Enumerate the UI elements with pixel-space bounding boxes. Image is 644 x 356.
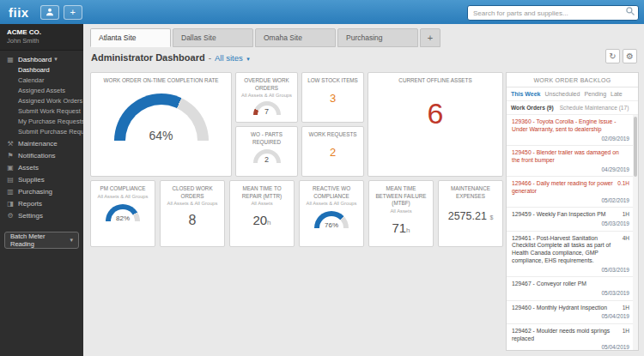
work-order-item[interactable]: 129466 - Daily meter reading for power g… — [507, 177, 638, 208]
work-order-list: 129360 - Toyota Corolla - Engine Issue -… — [507, 115, 638, 350]
gauge-value: 82% — [106, 214, 140, 222]
sidebar-subitem-assigned-assets[interactable]: Assigned Assets — [0, 86, 83, 96]
widget-low-stock-items[interactable]: LOW STOCK ITEMS 3 — [301, 72, 364, 123]
sidebar-item-label: Reports — [18, 200, 42, 208]
work-order-title: 129467 - Conveyor roller PM — [512, 281, 627, 288]
closed-work-orders-count: 8 — [161, 214, 224, 227]
widget-pm-compliance[interactable]: PM COMPLIANCE All Assets & All Groups 82… — [90, 180, 155, 247]
work-order-hours: 0.1H — [617, 180, 629, 196]
work-order-title: 129450 - Blender trailer was damaged on … — [512, 149, 627, 165]
sidebar-subitem-calendar[interactable]: Calendar — [0, 75, 83, 86]
work-order-backlog-panel: WORK ORDER BACKLOG This Week Unscheduled… — [506, 72, 639, 351]
sidebar-item-assets[interactable]: ▣ Assets — [0, 161, 83, 173]
notifications-icon: ⚑ — [5, 152, 15, 160]
widget-work-requests[interactable]: WORK REQUESTS 2 — [301, 126, 364, 177]
widget-subtitle: All Assets & All Groups — [236, 93, 297, 98]
tab-omaha-site[interactable]: Omaha Site — [255, 28, 336, 47]
reports-icon: ◨ — [5, 200, 15, 208]
widget-reactive-wo-compliance[interactable]: REACTIVE WO COMPLIANCE All Assets & All … — [299, 180, 364, 247]
work-order-item[interactable]: 129467 - Conveyor roller PM 05/03/2019 — [507, 277, 638, 300]
work-requests-count: 2 — [302, 147, 363, 158]
tab-dallas-site[interactable]: Dallas Site — [173, 28, 253, 47]
work-order-item[interactable]: 129450 - Blender trailer was damaged on … — [507, 146, 638, 177]
batch-meter-reading-button[interactable]: Batch Meter Reading ▾ — [4, 232, 79, 249]
sidebar-item-supplies[interactable]: ▤ Supplies — [0, 173, 83, 185]
widget-subtitle: All Assets & All Groups — [161, 201, 224, 206]
low-stock-count: 3 — [302, 93, 363, 104]
search-input[interactable] — [467, 5, 639, 21]
widget-closed-work-orders[interactable]: CLOSED WORK ORDERS All Assets & All Grou… — [160, 180, 225, 247]
overdue-gauge: 7 — [253, 101, 281, 115]
mttr-value: 20h — [230, 214, 294, 226]
backlog-group-schedule-maintenance[interactable]: Schedule Maintenance (17) — [560, 105, 629, 111]
account-info: ACME CO. John Smith — [0, 24, 83, 51]
widget-maintenance-expenses[interactable]: MAINTENANCE EXPENSES 2575.21 $ — [438, 180, 503, 247]
sidebar-item-label: Settings — [18, 212, 43, 220]
work-order-item[interactable]: 129461 - Post-Harvest Sanitation Checkli… — [507, 232, 638, 278]
sidebar-item-maintenance[interactable]: ⚒ Maintenance — [0, 137, 83, 149]
sidebar-subitem-assigned-work-orders[interactable]: Assigned Work Orders — [0, 96, 83, 106]
widget-title: CLOSED WORK ORDERS — [161, 181, 224, 200]
all-sites-dropdown[interactable]: All sites ▾ — [215, 53, 250, 63]
widget-title: WO - PARTS REQUIRED — [236, 127, 297, 146]
backlog-tab-unscheduled[interactable]: Unscheduled — [545, 91, 580, 97]
backlog-tab-this-week[interactable]: This Week — [511, 91, 541, 97]
gauge-value: 64% — [114, 129, 209, 142]
page-header: Administrator Dashboard - All sites ▾ — [91, 51, 250, 64]
widget-current-offline-assets[interactable]: CURRENT OFFLINE ASSETS 6 — [368, 72, 503, 177]
sidebar-subitem-submit-work-request[interactable]: Submit Work Request — [0, 106, 83, 117]
sidebar-subitem-my-purchase-requests[interactable]: My Purchase Requests — [0, 117, 83, 127]
mttr-unit: h — [267, 219, 270, 226]
work-order-date: 05/02/2019 — [512, 197, 629, 204]
user-menu-button[interactable] — [40, 5, 59, 20]
add-tab-button[interactable]: + — [420, 28, 440, 47]
parts-gauge: 2 — [253, 149, 281, 163]
work-order-item[interactable]: 129459 - Weekly Fan Inspection PM1H 05/0… — [507, 208, 638, 231]
work-order-item[interactable]: 129360 - Toyota Corolla - Engine Issue -… — [507, 115, 638, 146]
dashboard-settings-button[interactable]: ⚙ — [623, 49, 637, 63]
sidebar-item-label: Assets — [18, 164, 39, 172]
scrollbar-thumb[interactable] — [634, 117, 637, 177]
company-name: ACME CO. — [7, 28, 76, 36]
widget-mttr[interactable]: MEAN TIME TO REPAIR (MTTR) All Assets 20… — [229, 180, 295, 247]
work-order-item[interactable]: 129460 - Monthly Hydrant Inspection1H 05… — [507, 301, 638, 324]
dashboard-widgets: WORK ORDER ON-TIME COMPLETION RATE 64% O… — [90, 72, 503, 247]
backlog-scrollbar[interactable] — [633, 115, 638, 350]
user-icon — [45, 7, 55, 17]
work-order-title: 129460 - Monthly Hydrant Inspection — [512, 305, 620, 312]
backlog-group-work-orders[interactable]: Work Orders (9) — [511, 105, 554, 111]
widget-title: MAINTENANCE EXPENSES — [439, 181, 502, 200]
mtbf-unit: h — [406, 226, 410, 234]
sidebar-subitem-submit-purchase-request[interactable]: Submit Purchase Request — [0, 127, 83, 137]
widget-mtbf[interactable]: MEAN TIME BETWEEN FAILURE (MTBF) All Ass… — [368, 180, 434, 247]
work-order-item[interactable]: 129462 - Moulder needs mold springs repl… — [507, 324, 638, 350]
chevron-down-icon: ▾ — [54, 56, 58, 63]
work-order-date: 05/03/2019 — [512, 267, 629, 274]
quick-add-button[interactable]: + — [64, 5, 82, 20]
sidebar: ACME CO. John Smith ▦ Dashboard ▾ Dashbo… — [0, 24, 83, 356]
work-order-title: 129461 - Post-Harvest Sanitation Checkli… — [512, 235, 620, 265]
widget-title: WORK ORDER ON-TIME COMPLETION RATE — [91, 73, 231, 85]
work-order-title: 129360 - Toyota Corolla - Engine Issue -… — [512, 118, 627, 134]
widget-ontime-completion[interactable]: WORK ORDER ON-TIME COMPLETION RATE 64% — [90, 72, 232, 177]
sidebar-item-notifications[interactable]: ⚑ Notifications — [0, 149, 83, 161]
work-order-date: 05/03/2019 — [512, 220, 629, 227]
sidebar-item-reports[interactable]: ◨ Reports — [0, 197, 83, 209]
sidebar-item-dashboard[interactable]: ▦ Dashboard ▾ — [0, 53, 83, 65]
sidebar-item-label: Notifications — [18, 152, 56, 160]
tab-purchasing[interactable]: Purchasing — [337, 28, 418, 47]
sidebar-item-settings[interactable]: ⚙ Settings — [0, 209, 83, 221]
widget-overdue-work-orders[interactable]: OVERDUE WORK ORDERS All Assets & All Gro… — [235, 72, 298, 123]
backlog-tab-pending[interactable]: Pending — [584, 91, 606, 97]
tab-atlanta-site[interactable]: Atlanta Site — [90, 28, 171, 47]
app-logo: fiix — [9, 5, 29, 20]
work-order-title: 129462 - Moulder needs mold springs repl… — [512, 328, 620, 343]
settings-icon: ⚙ — [5, 212, 15, 220]
sidebar-subitem-dashboard[interactable]: Dashboard — [0, 65, 83, 75]
sidebar-item-purchasing[interactable]: ▥ Purchasing — [0, 185, 83, 197]
widget-wo-parts-required[interactable]: WO - PARTS REQUIRED 2 of 297 — [235, 126, 298, 177]
header-actions: ↻ ⚙ — [605, 49, 637, 63]
dashboard-icon: ▦ — [5, 56, 15, 63]
backlog-tab-late[interactable]: Late — [611, 91, 623, 97]
refresh-button[interactable]: ↻ — [605, 49, 620, 63]
